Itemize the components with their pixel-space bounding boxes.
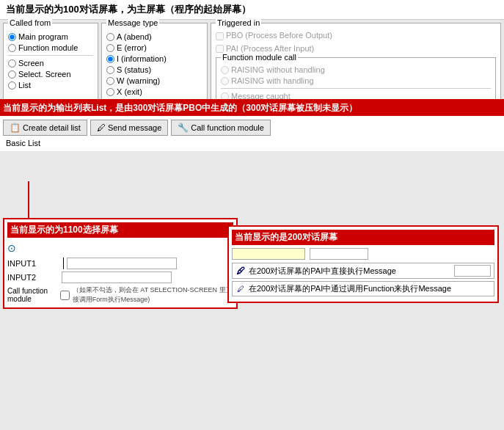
radio-main-program-input[interactable] <box>8 33 16 41</box>
radio-raising-with: RAISING with handling <box>221 76 491 85</box>
panel-200-input2[interactable] <box>310 248 368 260</box>
panel-list-content: 📋 Create detail list 🖊 Send message 🔧 Ca… <box>0 116 504 151</box>
radio-list-label: List <box>18 81 31 90</box>
called-from-radio-group: Main program Function module <box>8 32 93 52</box>
input1-row: INPUT1 <box>7 258 233 269</box>
send-message-label: Send message <box>108 123 161 132</box>
separator <box>8 55 93 56</box>
called-from-legend: Called from <box>8 18 52 27</box>
page-title: 当前显示的为100对话屏幕，为主屏幕（程序的起始屏幕） <box>0 0 504 20</box>
radio-function-module-label: Function module <box>18 43 78 52</box>
panel-1100-icon-row: ⊙ <box>7 241 233 255</box>
screen-type-radio-group: Screen Select. Screen List <box>8 59 93 90</box>
checkbox-pai-item: PAI (Process After Input) <box>216 44 496 53</box>
panel-200-title: 当前显示的是200对话屏幕 <box>232 230 494 245</box>
radio-a-abend-label: A (abend) <box>117 32 152 41</box>
radio-s-status-input[interactable] <box>106 66 114 74</box>
input2-row: INPUT2 <box>7 272 233 283</box>
call-fn-row: Call function module （如果不勾选，则会在 AT SELEC… <box>7 285 233 305</box>
checkbox-pai-label: PAI (Process After Input) <box>226 44 314 53</box>
call-function-module-label: Call function module <box>191 123 264 132</box>
radio-function-module-input[interactable] <box>8 44 16 52</box>
input1-input[interactable] <box>67 258 177 269</box>
radio-main-program: Main program <box>8 32 93 41</box>
info-icon-1: 🖊 <box>235 266 246 276</box>
radio-raising-with-input[interactable] <box>221 77 229 85</box>
input1-label: INPUT1 <box>7 259 59 268</box>
create-detail-list-button[interactable]: 📋 Create detail list <box>3 120 87 136</box>
input1-field <box>63 258 64 269</box>
checkbox-pai[interactable] <box>216 45 224 53</box>
panel-list: 当前显示的为输出列表List，是由300对话屏幕PBO中生成的（300对话屏幕被… <box>0 99 504 151</box>
radio-w-warning: W (warning) <box>106 76 202 85</box>
info-icon-2: 🖊 <box>235 284 246 294</box>
call-fn-icon: 🔧 <box>178 123 189 133</box>
content-area: Called from Main program Function module <box>0 20 504 151</box>
send-msg-icon: 🖊 <box>97 123 106 133</box>
create-list-icon: 📋 <box>10 123 21 133</box>
panel-1100-icon: ⊙ <box>7 242 16 254</box>
basic-list-label: Basic List <box>3 137 501 149</box>
radio-x-exit: X (exit) <box>106 87 202 96</box>
triggered-in-legend: Triggered in <box>216 18 261 27</box>
panel-200-input1[interactable] <box>232 248 305 260</box>
radio-w-warning-input[interactable] <box>106 77 114 85</box>
radio-x-exit-label: X (exit) <box>117 87 142 96</box>
message-text-2: 在200对话屏幕的PAI中通过调用Function来执行Message <box>249 283 451 294</box>
main-container: 当前显示的为100对话屏幕，为主屏幕（程序的起始屏幕） Called from … <box>0 0 504 430</box>
input2-label: INPUT2 <box>7 273 59 282</box>
message-type-legend: Message type <box>106 18 159 27</box>
radio-select-screen-label: Select. Screen <box>18 70 71 79</box>
radio-e-error: E (error) <box>106 43 202 52</box>
call-function-module-button[interactable]: 🔧 Call function module <box>171 120 271 136</box>
radio-screen-label: Screen <box>18 59 44 68</box>
radio-screen-input[interactable] <box>8 59 16 68</box>
radio-i-info: I (information) <box>106 54 202 63</box>
radio-raising-without-label: RAISING without handling <box>231 65 325 74</box>
radio-raising-without: RAISING without handling <box>221 65 491 74</box>
radio-main-program-label: Main program <box>18 32 68 41</box>
panel-1100: 当前显示的为1100选择屏幕 ⊙ INPUT1 INPUT2 Call func… <box>3 218 238 309</box>
panel-1100-title: 当前显示的为1100选择屏幕 <box>7 222 233 238</box>
radio-a-abend: A (abend) <box>106 32 202 41</box>
message-type-radio-group: A (abend) E (error) I (information) S (s… <box>106 32 202 96</box>
radio-x-exit-input[interactable] <box>106 88 114 96</box>
radio-raising-with-label: RAISING with handling <box>231 76 314 85</box>
call-fn-note: （如果不勾选，则会在 AT SELECTION-SCREEN 里直接调用Form… <box>73 285 233 305</box>
radio-e-error-input[interactable] <box>106 44 114 52</box>
checkbox-pbo-item: PBO (Process Before Output) <box>216 31 496 42</box>
message-text-1: 在200对话屏幕的PAI中直接执行Message <box>249 266 396 277</box>
fn-call-separator <box>221 88 491 89</box>
checkbox-pbo-label: PBO (Process Before Output) <box>226 31 332 40</box>
radio-list: List <box>8 81 93 90</box>
radio-i-info-label: I (information) <box>117 54 167 63</box>
panel-list-title: 当前显示的为输出列表List，是由300对话屏幕PBO中生成的（300对话屏幕被… <box>0 101 504 116</box>
radio-function-module: Function module <box>8 43 93 52</box>
call-fn-label: Call function module <box>7 287 57 303</box>
function-module-call-legend: Function module call <box>221 53 298 62</box>
panel-200: 当前显示的是200对话屏幕 🖊 在200对话屏幕的PAI中直接执行Message… <box>227 225 499 303</box>
radio-s-status: S (status) <box>106 65 202 74</box>
panel-200-inputs-row <box>232 248 494 260</box>
radio-raising-without-input[interactable] <box>221 66 229 74</box>
checkbox-pbo[interactable] <box>216 32 224 40</box>
send-message-button[interactable]: 🖊 Send message <box>90 120 168 136</box>
radio-s-status-label: S (status) <box>117 65 151 74</box>
input2-input[interactable] <box>62 272 172 283</box>
radio-a-abend-input[interactable] <box>106 33 114 41</box>
create-detail-list-label: Create detail list <box>23 123 81 132</box>
message-row-1: 🖊 在200对话屏幕的PAI中直接执行Message <box>232 263 494 279</box>
message-row-2: 🖊 在200对话屏幕的PAI中通过调用Function来执行Message <box>232 281 494 296</box>
list-buttons-row: 📋 Create detail list 🖊 Send message 🔧 Ca… <box>3 118 501 137</box>
call-fn-checkbox[interactable] <box>60 291 70 300</box>
message-input-1[interactable] <box>454 265 491 277</box>
fn-call-radio-group: RAISING without handling RAISING with ha… <box>221 65 491 85</box>
radio-select-screen-input[interactable] <box>8 70 16 79</box>
radio-screen: Screen <box>8 59 93 68</box>
radio-select-screen: Select. Screen <box>8 70 93 79</box>
radio-i-info-input[interactable] <box>106 55 114 63</box>
radio-list-input[interactable] <box>8 81 16 90</box>
radio-e-error-label: E (error) <box>117 43 147 52</box>
radio-w-warning-label: W (warning) <box>117 76 160 85</box>
